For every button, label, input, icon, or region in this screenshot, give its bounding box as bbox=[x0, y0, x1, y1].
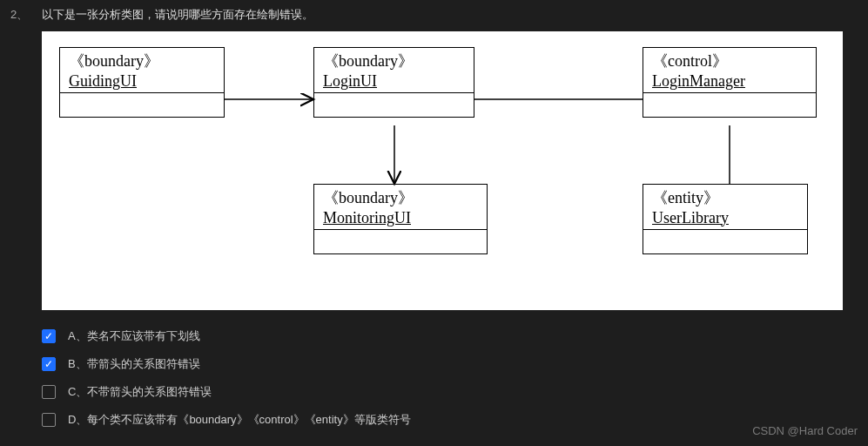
option-label: D、每个类不应该带有《boundary》《control》《entity》等版类… bbox=[68, 412, 411, 428]
stereotype-label: 《boundary》 bbox=[323, 51, 465, 71]
checkbox-icon[interactable] bbox=[42, 413, 56, 427]
option-c[interactable]: C、不带箭头的关系图符错误 bbox=[42, 378, 858, 406]
class-name: UserLibrary bbox=[652, 208, 798, 228]
checkbox-icon[interactable] bbox=[42, 385, 56, 399]
class-name: LoginManager bbox=[652, 71, 807, 91]
uml-diagram: 《boundary》 GuidingUI 《boundary》 LoginUI … bbox=[42, 31, 843, 310]
watermark: CSDN @Hard Coder bbox=[752, 424, 858, 437]
stereotype-label: 《control》 bbox=[652, 51, 807, 71]
options-list: ✓ A、类名不应该带有下划线 ✓ B、带箭头的关系图符错误 C、不带箭头的关系图… bbox=[42, 322, 858, 434]
option-b[interactable]: ✓ B、带箭头的关系图符错误 bbox=[42, 350, 858, 378]
option-d[interactable]: D、每个类不应该带有《boundary》《control》《entity》等版类… bbox=[42, 406, 858, 434]
option-a[interactable]: ✓ A、类名不应该带有下划线 bbox=[42, 322, 858, 350]
class-box-loginui: 《boundary》 LoginUI bbox=[313, 47, 474, 118]
option-label: A、类名不应该带有下划线 bbox=[68, 328, 200, 344]
class-box-monitoringui: 《boundary》 MonitoringUI bbox=[313, 184, 488, 254]
stereotype-label: 《boundary》 bbox=[323, 188, 478, 208]
class-name: GuidingUI bbox=[69, 71, 215, 91]
class-box-loginmanager: 《control》 LoginManager bbox=[643, 47, 817, 118]
question-text: 以下是一张分析类图，请说明哪些方面存在绘制错误。 bbox=[42, 7, 858, 23]
class-name: MonitoringUI bbox=[323, 208, 478, 228]
checkbox-icon[interactable]: ✓ bbox=[42, 329, 56, 343]
class-box-userlibrary: 《entity》 UserLibrary bbox=[643, 184, 808, 254]
option-label: B、带箭头的关系图符错误 bbox=[68, 356, 200, 372]
stereotype-label: 《boundary》 bbox=[69, 51, 215, 71]
option-label: C、不带箭头的关系图符错误 bbox=[68, 384, 212, 400]
class-name: LoginUI bbox=[323, 71, 465, 91]
class-box-guidingui: 《boundary》 GuidingUI bbox=[59, 47, 225, 118]
stereotype-label: 《entity》 bbox=[652, 188, 798, 208]
checkbox-icon[interactable]: ✓ bbox=[42, 357, 56, 371]
question-number: 2、 bbox=[0, 0, 42, 434]
